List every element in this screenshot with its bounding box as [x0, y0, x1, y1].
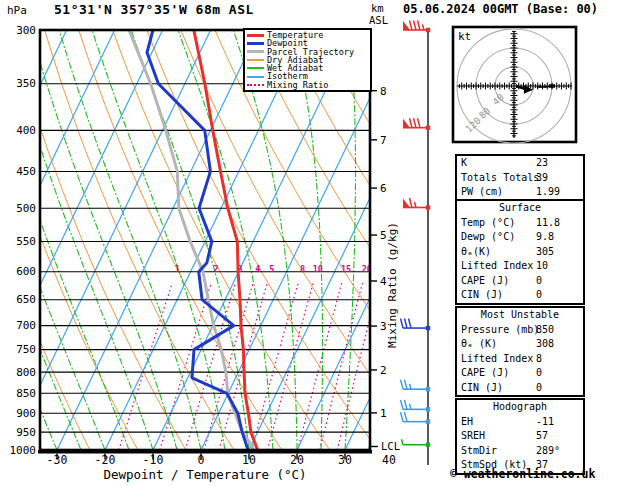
svg-text:8: 8	[380, 85, 387, 98]
temperature-axis: -30-20-10010203040Dewpoint / Temperature…	[47, 453, 396, 482]
legend: TemperatureDewpointParcel TrajectoryDry …	[243, 28, 372, 92]
stat-row: StmDir289°	[457, 444, 583, 459]
stat-row: PW (cm)1.99	[457, 185, 583, 200]
stat-row: SREH57	[457, 429, 583, 444]
svg-text:10: 10	[313, 264, 323, 274]
stat-value: 11.8	[536, 216, 560, 231]
legend-swatch-thin	[247, 76, 264, 78]
wet-adiabat-lines	[0, 30, 440, 450]
stat-value: 289°	[536, 444, 560, 459]
stat-value: 9.8	[536, 230, 554, 245]
svg-text:30: 30	[338, 453, 352, 467]
svg-text:500: 500	[16, 202, 36, 215]
stats-panel-most-unstable: Most UnstablePressure (mb)850θₑ (K)308Li…	[455, 306, 585, 397]
legend-swatch-thick	[247, 34, 264, 37]
svg-text:20: 20	[290, 453, 304, 467]
svg-text:2: 2	[380, 364, 387, 377]
stat-value: 850	[536, 323, 554, 338]
stat-label: CAPE (J)	[461, 275, 509, 286]
mixing-ratio-axis-title: Mixing Ratio (g/kg)	[386, 222, 399, 348]
wind-barb	[401, 319, 431, 331]
legend-swatch-thin	[247, 67, 264, 69]
svg-text:800: 800	[16, 366, 36, 379]
legend-swatch-thin	[247, 59, 264, 61]
stat-label: SREH	[461, 430, 485, 441]
stat-row: Lifted Index8	[457, 352, 583, 367]
svg-text:-20: -20	[95, 453, 116, 467]
svg-text:400: 400	[16, 124, 36, 137]
stats-panel-surface: SurfaceTemp (°C)11.8Dewp (°C)9.8θₑ(K)305…	[455, 199, 585, 305]
svg-text:-10: -10	[143, 453, 164, 467]
stat-label: Dewp (°C)	[461, 231, 515, 242]
stat-value: 10	[536, 259, 548, 274]
stat-row: EH-11	[457, 415, 583, 430]
svg-text:2: 2	[214, 264, 219, 274]
svg-text:Dewpoint / Temperature (°C): Dewpoint / Temperature (°C)	[103, 467, 306, 482]
wind-barb	[401, 412, 431, 424]
svg-text:550: 550	[16, 235, 36, 248]
legend-swatch-dotted	[247, 84, 264, 86]
svg-text:8: 8	[300, 264, 305, 274]
stat-row: CAPE (J)0	[457, 274, 583, 289]
stat-label: Lifted Index	[461, 353, 533, 364]
svg-text:40: 40	[382, 453, 396, 467]
stat-row: θₑ(K)305	[457, 245, 583, 260]
stat-value: 57	[536, 429, 548, 444]
stat-row: Lifted Index10	[457, 259, 583, 274]
svg-text:4: 4	[255, 264, 260, 274]
stat-label: Pressure (mb)	[461, 324, 539, 335]
svg-text:450: 450	[16, 165, 36, 178]
svg-text:1000: 1000	[10, 444, 37, 457]
svg-text:15: 15	[341, 264, 351, 274]
stats-panel-hodograph: HodographEH-11SREH57StmDir289°StmSpd (kt…	[455, 398, 585, 475]
wind-barb-column	[401, 21, 431, 466]
svg-text:750: 750	[16, 343, 36, 356]
panel-title: Most Unstable	[457, 308, 583, 323]
svg-text:600: 600	[16, 265, 36, 278]
svg-text:km: km	[371, 2, 384, 14]
stat-label: Totals Totals	[461, 172, 539, 183]
stat-label: θₑ (K)	[461, 338, 497, 349]
stat-value: 305	[536, 245, 554, 260]
legend-item: Mixing Ratio	[247, 81, 370, 89]
legend-swatch-thick	[247, 50, 264, 53]
stat-value: 1.99	[536, 185, 560, 200]
panel-title: Surface	[457, 201, 583, 216]
svg-text:1: 1	[175, 264, 180, 274]
stat-row: θₑ (K)308	[457, 337, 583, 352]
dewpoint-curve	[147, 30, 248, 450]
datetime-label: 05.06.2024 00GMT (Base: 00)	[403, 2, 598, 16]
stat-value: 23	[536, 156, 548, 171]
wind-barb	[403, 21, 430, 33]
svg-text:7: 7	[380, 134, 387, 147]
stat-row: Pressure (mb)850	[457, 323, 583, 338]
stat-value: 0	[536, 274, 542, 289]
stat-value: -11	[536, 415, 554, 430]
lcl-label: LCL	[381, 440, 400, 452]
stat-label: PW (cm)	[461, 186, 503, 197]
stat-label: CIN (J)	[461, 382, 503, 393]
stat-value: 39	[536, 171, 548, 186]
mixing-ratio-labels: 12345810152025	[175, 264, 389, 274]
stat-value: 8	[536, 352, 542, 367]
hodograph-unit-label: kt	[458, 30, 471, 43]
svg-text:900: 900	[16, 407, 36, 420]
stat-label: θₑ(K)	[461, 246, 491, 257]
stat-row: Dewp (°C)9.8	[457, 230, 583, 245]
svg-text:700: 700	[16, 319, 36, 332]
svg-text:300: 300	[16, 24, 36, 37]
svg-text:10: 10	[242, 453, 256, 467]
stat-label: CAPE (J)	[461, 367, 509, 378]
wind-barb	[403, 198, 430, 210]
svg-text:850: 850	[16, 387, 36, 400]
stat-label: CIN (J)	[461, 289, 503, 300]
stat-label: Temp (°C)	[461, 217, 515, 228]
stat-value: 0	[536, 366, 542, 381]
stats-panel: K23Totals Totals39PW (cm)1.99	[455, 154, 585, 202]
copyright-text: © weatheronline.co.uk	[450, 467, 595, 481]
legend-label: Mixing Ratio	[267, 81, 328, 89]
wind-barb	[401, 380, 431, 392]
stat-row: CIN (J)0	[457, 381, 583, 396]
stat-label: K	[461, 157, 467, 168]
wind-barb	[402, 439, 431, 447]
